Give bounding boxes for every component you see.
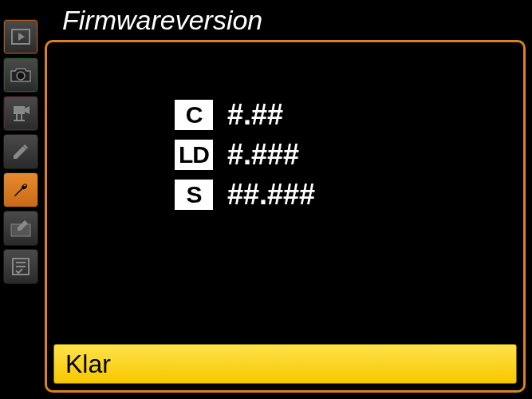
firmware-badge-ld: LD [175,140,213,170]
sidebar [0,16,41,287]
firmware-list: C #.## LD #.### S ##.### [175,98,315,211]
sidebar-item-photo[interactable] [3,57,38,93]
list-icon [11,257,30,276]
sidebar-item-movie[interactable] [3,96,38,131]
svg-marker-4 [25,106,30,114]
wrench-icon [11,180,30,200]
svg-rect-3 [14,106,25,114]
camera-icon [10,67,32,83]
firmware-badge-s: S [175,180,213,210]
firmware-value: #.## [227,98,283,132]
svg-marker-8 [14,144,28,159]
firmware-badge-c: C [175,100,213,130]
done-label: Klar [65,350,111,379]
sidebar-item-mymenu[interactable] [3,249,38,284]
content-frame: C #.## LD #.### S ##.### Klar [45,40,526,393]
play-icon [11,29,30,45]
sidebar-item-setup[interactable] [3,172,38,207]
firmware-value: ##.### [227,178,315,211]
video-icon [10,105,31,122]
pencil-icon [11,142,30,161]
svg-point-2 [17,72,25,80]
svg-marker-1 [18,33,25,41]
done-button[interactable]: Klar [53,344,517,384]
firmware-value: #.### [227,138,299,172]
sidebar-item-custom[interactable] [3,134,38,169]
sidebar-item-playback[interactable] [3,19,38,54]
firmware-row: LD #.### [175,138,315,172]
firmware-row: S ##.### [175,178,315,211]
firmware-row: C #.## [175,98,315,132]
retouch-icon [10,219,31,237]
header: Firmwareversion [48,0,262,40]
sidebar-item-retouch[interactable] [3,211,38,246]
page-title: Firmwareversion [62,5,262,36]
